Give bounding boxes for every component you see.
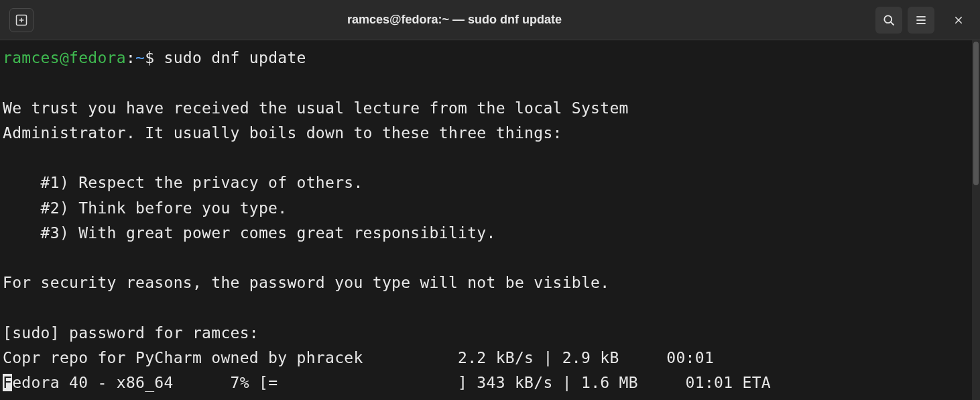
svg-line-4 <box>891 21 894 25</box>
prompt-command: sudo dnf update <box>164 49 306 66</box>
prompt-user-host: ramces@fedora <box>3 49 126 66</box>
titlebar-left-group <box>9 8 34 32</box>
search-button[interactable] <box>875 7 902 34</box>
titlebar-right-group <box>875 7 971 34</box>
hamburger-icon <box>914 13 928 27</box>
close-button[interactable] <box>946 8 971 32</box>
window-title: ramces@fedora:~ — sudo dnf update <box>34 13 875 27</box>
new-tab-icon <box>15 13 28 27</box>
lecture-line-2: Administrator. It usually boils down to … <box>3 124 562 142</box>
search-icon <box>882 13 896 27</box>
terminal-output[interactable]: ramces@fedora:~$ sudo dnf update We trus… <box>0 40 980 399</box>
lecture-line-1: We trust you have received the usual lec… <box>3 99 629 117</box>
security-note: For security reasons, the password you t… <box>3 274 609 291</box>
terminal-cursor: F <box>3 374 12 391</box>
lecture-rule-1: #1) Respect the privacy of others. <box>3 174 363 191</box>
menu-button[interactable] <box>908 7 934 34</box>
prompt-separator: : <box>126 49 135 66</box>
scrollbar-thumb[interactable] <box>973 42 979 185</box>
lecture-rule-3: #3) With great power comes great respons… <box>3 224 496 242</box>
lecture-rule-2: #2) Think before you type. <box>3 199 287 217</box>
svg-point-3 <box>884 15 892 23</box>
progress-line: edora 40 - x86_64 7% [= ] 343 kB/s | 1.6… <box>12 374 771 391</box>
window-titlebar: ramces@fedora:~ — sudo dnf update <box>0 0 980 40</box>
password-prompt: [sudo] password for ramces: <box>3 324 268 342</box>
prompt-path: ~ <box>135 49 145 66</box>
new-tab-button[interactable] <box>9 8 34 32</box>
vertical-scrollbar[interactable] <box>972 40 980 400</box>
repo-status-line: Copr repo for PyCharm owned by phracek 2… <box>3 349 752 366</box>
close-icon <box>954 15 963 25</box>
prompt-symbol: $ <box>145 49 164 66</box>
